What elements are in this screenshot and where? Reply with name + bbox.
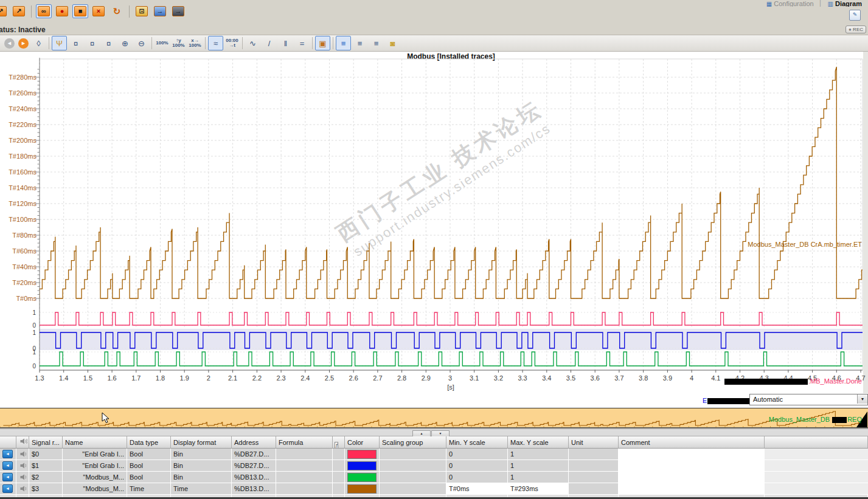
cell-address[interactable]: %DB13.D... (232, 472, 276, 483)
tab-configuration[interactable]: ▦Configuration (762, 0, 819, 7)
rec-indicator[interactable]: ● REC (845, 26, 866, 33)
cell-max_y[interactable]: 1 (508, 449, 569, 460)
column-header-max_y[interactable]: Max. Y scale (508, 436, 569, 449)
cell-icon1[interactable]: ◄ (0, 449, 16, 460)
horizontal-cursors-icon[interactable]: = (294, 36, 310, 50)
cell-color[interactable] (345, 472, 380, 483)
record-trace-icon[interactable]: ● (54, 4, 70, 18)
cell-unit[interactable] (569, 460, 619, 472)
cell-icon2[interactable] (16, 449, 29, 460)
zoom-region-icon[interactable]: ¤ (101, 36, 116, 50)
cell-display_format[interactable]: Bin (171, 449, 232, 460)
zoom-out-icon[interactable]: ⊖ (134, 36, 149, 50)
cell-unit[interactable] (569, 449, 619, 460)
column-header-address[interactable]: Address (232, 436, 276, 449)
cell-unit[interactable] (569, 472, 619, 483)
y-scale-100-icon[interactable]: ↑y 100% (171, 36, 186, 50)
monitor-trace-icon[interactable]: ∞ (36, 4, 52, 18)
cell-data_type[interactable]: Bool (127, 460, 171, 472)
column-header-display_format[interactable]: Display format (171, 436, 232, 449)
column-header-color[interactable]: Color (345, 436, 380, 449)
cell-icon1[interactable]: ◄ (0, 460, 16, 472)
cell-display_format[interactable]: Time (171, 483, 232, 495)
cell-name[interactable]: "Enbl Grab I... (63, 449, 127, 460)
zoom-in-icon[interactable]: ⊕ (117, 36, 133, 50)
cell-max_y[interactable]: T#293ms (508, 483, 569, 495)
trace-plot[interactable]: T#0msT#20msT#40msT#60msT#80msT#100msT#12… (0, 52, 868, 393)
cell-scaling_group[interactable] (380, 483, 446, 495)
cell-max_y[interactable]: 1 (508, 460, 569, 472)
trace-clipped-icon[interactable]: ↗ (0, 4, 9, 18)
cell-icon2[interactable] (16, 483, 29, 495)
refresh-trace-icon[interactable]: ↻ (109, 4, 125, 18)
tab-diagram[interactable]: ▥Diagram (823, 0, 867, 7)
cell-scaling_group[interactable] (380, 460, 446, 472)
cell-address[interactable]: %DB27.D... (232, 449, 276, 460)
copy-trace-icon[interactable]: ⊡ (134, 4, 150, 18)
column-header-min_y[interactable]: Min. Y scale (446, 436, 508, 449)
cell-scaling_group[interactable] (380, 472, 446, 483)
cell-fo[interactable] (333, 460, 345, 472)
cell-fo[interactable] (333, 449, 345, 460)
move-axis-icon[interactable]: ▣ (315, 36, 330, 50)
pane-splitter[interactable]: ▲ ▼ (0, 429, 868, 436)
show-samples-icon[interactable]: ∿ (245, 36, 260, 50)
cell-comment[interactable] (619, 460, 765, 472)
align-left-icon[interactable]: ≡ (352, 36, 367, 50)
column-header-signal[interactable]: Signal r... (29, 436, 63, 449)
vertical-cursors-icon[interactable]: ‖ (278, 36, 293, 50)
x-scale-100-icon[interactable]: x→ 100% (187, 36, 203, 50)
cell-name[interactable]: "Modbus_M... (63, 483, 127, 495)
cell-signal[interactable]: $3 (29, 483, 63, 495)
background-color-icon[interactable]: ◙ (385, 36, 400, 50)
cell-display_format[interactable]: Bin (171, 472, 232, 483)
nav-forward-icon[interactable]: ► (18, 38, 29, 49)
cell-comment[interactable] (619, 472, 765, 483)
delete-trace-icon[interactable]: × (91, 4, 106, 18)
cell-min_y[interactable]: T#0ms (446, 483, 508, 495)
cell-formula[interactable] (276, 472, 333, 483)
properties-icon[interactable]: ✎ (849, 10, 861, 21)
cell-min_y[interactable]: 0 (446, 460, 508, 472)
cell-icon1[interactable]: ◄ (0, 483, 16, 495)
legend-icon[interactable]: ≡ (336, 36, 351, 50)
cell-fo[interactable] (333, 472, 345, 483)
cell-comment[interactable] (619, 483, 765, 495)
cell-name[interactable]: "Modbus_M... (63, 472, 127, 483)
zoom-select-icon[interactable]: ¤ (68, 36, 83, 50)
cell-color[interactable] (345, 483, 380, 495)
select-cursor-icon[interactable]: ◊ (31, 36, 46, 50)
cell-display_format[interactable]: Bin (171, 460, 232, 472)
cell-data_type[interactable]: Bool (127, 449, 171, 460)
cell-max_y[interactable]: 1 (508, 472, 569, 483)
interpolation-icon[interactable]: / (262, 36, 277, 50)
stop-trace-icon[interactable]: ■ (72, 4, 88, 18)
cell-address[interactable]: %DB13.D... (232, 483, 276, 495)
cell-signal[interactable]: $1 (29, 460, 63, 472)
cell-color[interactable] (345, 449, 380, 460)
scale-mode-dropdown[interactable]: Automatic ▼ (749, 394, 868, 405)
cell-unit[interactable] (569, 483, 619, 495)
export-trace-icon[interactable]: → (152, 4, 168, 18)
cell-name[interactable]: "Enbl Grab I... (63, 460, 127, 472)
cell-address[interactable]: %DB27.D... (232, 460, 276, 472)
cell-formula[interactable] (276, 460, 333, 472)
overview-strip[interactable] (0, 408, 868, 429)
cell-formula[interactable] (276, 449, 333, 460)
fit-view-icon[interactable]: ≈ (208, 36, 223, 50)
column-header-data_type[interactable]: Data type (127, 436, 171, 449)
column-header-formula[interactable]: Formula (276, 436, 333, 449)
cell-scaling_group[interactable] (380, 449, 446, 460)
cell-comment[interactable] (619, 449, 765, 460)
cell-formula[interactable] (276, 483, 333, 495)
cell-icon2[interactable] (16, 472, 29, 483)
export-trace-dark-icon[interactable]: → (170, 4, 186, 18)
column-header-name[interactable]: Name (63, 436, 127, 449)
cell-icon2[interactable] (16, 460, 29, 472)
pan-hand-icon[interactable]: Ψ (52, 36, 67, 50)
cell-data_type[interactable]: Bool (127, 472, 171, 483)
cell-min_y[interactable]: 0 (446, 449, 508, 460)
column-header-unit[interactable]: Unit (569, 436, 619, 449)
cell-color[interactable] (345, 460, 380, 472)
column-header-comment[interactable]: Comment (619, 436, 765, 449)
